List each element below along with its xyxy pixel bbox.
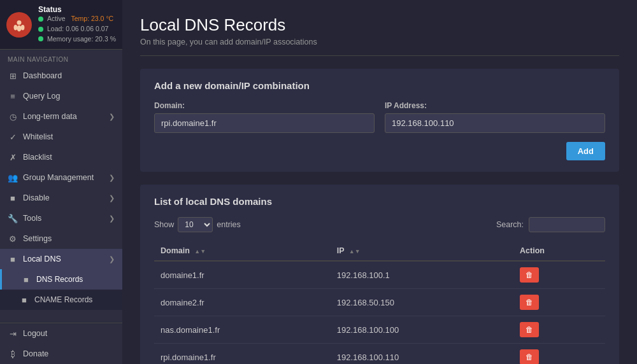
- group-icon: 👥: [8, 172, 18, 183]
- table-row: domaine2.fr 192.168.50.150 🗑: [154, 289, 605, 316]
- delete-button[interactable]: 🗑: [520, 267, 539, 283]
- cname-records-icon: ■: [19, 295, 29, 305]
- chevron-right-icon: ❯: [109, 194, 115, 202]
- sidebar-item-settings[interactable]: ⚙ Settings: [0, 228, 122, 249]
- sidebar-header: Status Active Temp: 23.0 °C Load: 0.06 0…: [0, 0, 122, 50]
- table-row: rpi.domaine1.fr 192.168.100.110 🗑: [154, 344, 605, 365]
- svg-point-2: [14, 25, 18, 30]
- entries-label: entries: [217, 220, 241, 229]
- svg-point-4: [17, 25, 22, 31]
- search-control: Search:: [496, 217, 605, 232]
- dns-records-icon: ■: [21, 274, 31, 284]
- sidebar-item-label: Local DNS: [23, 255, 61, 263]
- chevron-right-icon: ❯: [109, 214, 115, 223]
- disable-icon: ■: [8, 193, 18, 203]
- add-btn-row: Add: [154, 142, 605, 160]
- table-card: List of local DNS domains Show 10 25 50 …: [140, 185, 619, 364]
- sidebar-item-group-management[interactable]: 👥 Group Management ❯: [0, 167, 122, 188]
- sidebar-item-label: CNAME Records: [34, 295, 92, 304]
- dashboard-icon: ⊞: [8, 71, 18, 81]
- settings-icon: ⚙: [8, 234, 18, 244]
- sidebar-bottom: ⇥ Logout ₿ Donate: [0, 323, 122, 364]
- ip-label: IP Address:: [385, 101, 605, 110]
- col-header-action: Action: [513, 241, 605, 261]
- main-content: Local DNS Records On this page, you can …: [122, 0, 637, 364]
- sidebar: Status Active Temp: 23.0 °C Load: 0.06 0…: [0, 0, 122, 364]
- chevron-down-icon: ❯: [109, 255, 115, 263]
- status-info: Status Active Temp: 23.0 °C Load: 0.06 0…: [38, 5, 116, 44]
- logout-icon: ⇥: [8, 328, 18, 339]
- delete-button[interactable]: 🗑: [520, 295, 539, 310]
- table-header-row: Domain ▲▼ IP ▲▼ Action: [154, 241, 605, 261]
- sort-icon: ▲▼: [349, 248, 361, 255]
- svg-point-3: [21, 25, 25, 30]
- search-label: Search:: [496, 220, 524, 229]
- ip-cell: 192.168.100.100: [331, 316, 513, 344]
- whitelist-icon: ✓: [8, 132, 18, 142]
- sidebar-item-cname-records[interactable]: ■ CNAME Records: [0, 290, 122, 310]
- table-row: domaine1.fr 192.168.100.1 🗑: [154, 261, 605, 289]
- sidebar-item-label: Tools: [23, 214, 41, 223]
- nav-section-label: MAIN NAVIGATION: [0, 50, 122, 66]
- table-row: nas.domaine1.fr 192.168.100.100 🗑: [154, 316, 605, 344]
- sidebar-item-query-log[interactable]: ≡ Query Log: [0, 86, 122, 106]
- search-input[interactable]: [529, 217, 605, 232]
- ip-form-group: IP Address:: [385, 101, 605, 133]
- domain-form-group: Domain:: [154, 101, 375, 133]
- add-form-row: Domain: IP Address:: [154, 101, 605, 133]
- sidebar-item-dashboard[interactable]: ⊞ Dashboard: [0, 66, 122, 86]
- query-log-icon: ≡: [8, 91, 18, 101]
- status-active: Active: [47, 14, 66, 24]
- show-select[interactable]: 10 25 50 100: [178, 217, 213, 232]
- action-cell: 🗑: [513, 344, 605, 365]
- action-cell: 🗑: [513, 289, 605, 316]
- sidebar-item-donate[interactable]: ₿ Donate: [0, 344, 122, 364]
- blacklist-icon: ✗: [8, 152, 18, 162]
- donate-icon: ₿: [8, 349, 18, 359]
- action-cell: 🗑: [513, 261, 605, 289]
- status-memory: Memory usage: 20.3 %: [47, 34, 116, 45]
- delete-button[interactable]: 🗑: [520, 349, 539, 364]
- sidebar-item-dns-records[interactable]: ■ DNS Records: [0, 269, 122, 290]
- delete-button[interactable]: 🗑: [520, 322, 539, 337]
- sidebar-item-label: Disable: [23, 193, 50, 202]
- sidebar-item-label: Blacklist: [23, 153, 52, 162]
- memory-dot: [38, 36, 43, 41]
- page-title: Local DNS Records: [140, 15, 619, 35]
- page-subtitle: On this page, you can add domain/IP asso…: [140, 38, 619, 56]
- longterm-icon: ◷: [8, 111, 18, 122]
- add-form-card: Add a new domain/IP combination Domain: …: [140, 69, 619, 172]
- status-load: Load: 0.06 0.06 0.07: [47, 24, 108, 34]
- add-form-title: Add a new domain/IP combination: [154, 80, 605, 91]
- sidebar-item-whitelist[interactable]: ✓ Whitelist: [0, 127, 122, 147]
- sidebar-item-label: Dashboard: [23, 71, 62, 80]
- sidebar-item-local-dns[interactable]: ■ Local DNS ❯: [0, 249, 122, 269]
- local-dns-icon: ■: [8, 254, 18, 264]
- domain-cell: domaine2.fr: [154, 289, 331, 316]
- sidebar-item-long-term-data[interactable]: ◷ Long-term data ❯: [0, 106, 122, 127]
- sidebar-item-label: Logout: [23, 329, 47, 338]
- sidebar-item-logout[interactable]: ⇥ Logout: [0, 323, 122, 344]
- show-entries-control: Show 10 25 50 100 entries: [154, 217, 241, 232]
- table-title: List of local DNS domains: [154, 196, 605, 207]
- tools-icon: 🔧: [8, 213, 18, 223]
- ip-cell: 192.168.100.1: [331, 261, 513, 289]
- dns-submenu: ■ DNS Records ■ CNAME Records: [0, 269, 122, 310]
- add-button[interactable]: Add: [566, 142, 605, 160]
- sidebar-item-label: Settings: [23, 234, 52, 243]
- domain-cell: rpi.domaine1.fr: [154, 344, 331, 365]
- sidebar-item-label: Query Log: [23, 92, 60, 101]
- sidebar-item-label: Long-term data: [23, 112, 77, 121]
- chevron-right-icon: ❯: [109, 174, 115, 182]
- sidebar-item-disable[interactable]: ■ Disable ❯: [0, 188, 122, 208]
- table-controls: Show 10 25 50 100 entries Search:: [154, 217, 605, 232]
- action-cell: 🗑: [513, 316, 605, 344]
- sort-icon: ▲▼: [194, 248, 206, 255]
- sidebar-item-tools[interactable]: 🔧 Tools ❯: [0, 208, 122, 228]
- chevron-right-icon: ❯: [109, 113, 115, 121]
- sidebar-item-label: DNS Records: [36, 275, 83, 284]
- ip-input[interactable]: [385, 113, 605, 133]
- domain-input[interactable]: [154, 113, 375, 133]
- sidebar-item-blacklist[interactable]: ✗ Blacklist: [0, 147, 122, 167]
- domain-cell: domaine1.fr: [154, 261, 331, 289]
